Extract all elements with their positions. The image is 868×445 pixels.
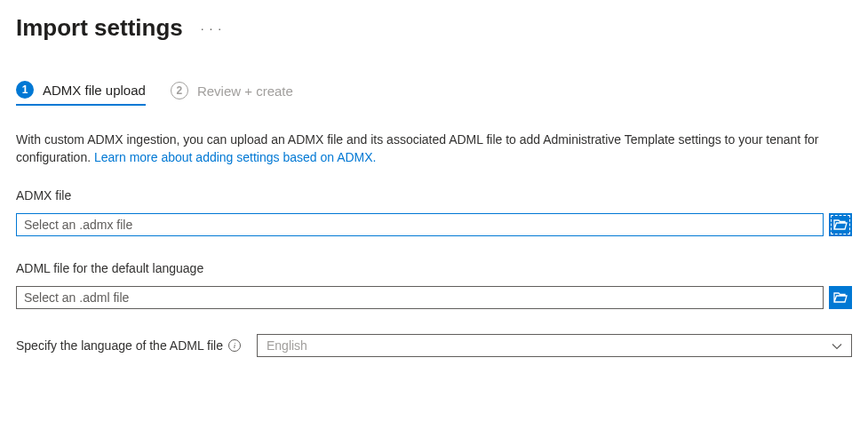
wizard-tabs: 1 ADMX file upload 2 Review + create: [16, 81, 852, 106]
tab-step-badge: 1: [16, 81, 34, 99]
language-field: Specify the language of the ADML file i …: [16, 334, 852, 357]
admx-file-label: ADMX file: [16, 188, 852, 203]
admx-browse-button[interactable]: [829, 213, 852, 236]
more-actions-button[interactable]: · · ·: [197, 18, 226, 39]
more-icon: · · ·: [201, 21, 222, 36]
folder-open-icon: [833, 291, 848, 304]
adml-file-label: ADML file for the default language: [16, 261, 852, 275]
page-header: Import settings · · ·: [16, 14, 852, 42]
adml-file-row: Select an .adml file: [16, 286, 852, 309]
adml-browse-button[interactable]: [829, 286, 852, 309]
language-select-value: English: [267, 338, 307, 353]
language-label-group: Specify the language of the ADML file i: [16, 338, 241, 353]
tab-step-badge: 2: [171, 82, 188, 99]
tab-label: ADMX file upload: [43, 83, 146, 98]
admx-file-row: Select an .admx file: [16, 213, 852, 236]
description-text: With custom ADMX ingestion, you can uplo…: [16, 131, 851, 167]
language-label: Specify the language of the ADML file: [16, 338, 223, 353]
tab-admx-upload[interactable]: 1 ADMX file upload: [16, 81, 146, 106]
page-title: Import settings: [16, 14, 183, 42]
adml-file-input[interactable]: Select an .adml file: [16, 286, 824, 309]
admx-file-field: ADMX file Select an .admx file: [16, 188, 852, 236]
tab-review-create[interactable]: 2 Review + create: [171, 81, 293, 106]
language-select[interactable]: English: [257, 334, 852, 357]
learn-more-link[interactable]: Learn more about adding settings based o…: [94, 150, 377, 164]
chevron-down-icon: [832, 338, 842, 353]
admx-file-input[interactable]: Select an .admx file: [16, 213, 824, 236]
info-icon[interactable]: i: [228, 339, 241, 352]
folder-open-icon: [833, 219, 848, 231]
adml-file-field: ADML file for the default language Selec…: [16, 261, 852, 309]
tab-label: Review + create: [197, 83, 293, 99]
